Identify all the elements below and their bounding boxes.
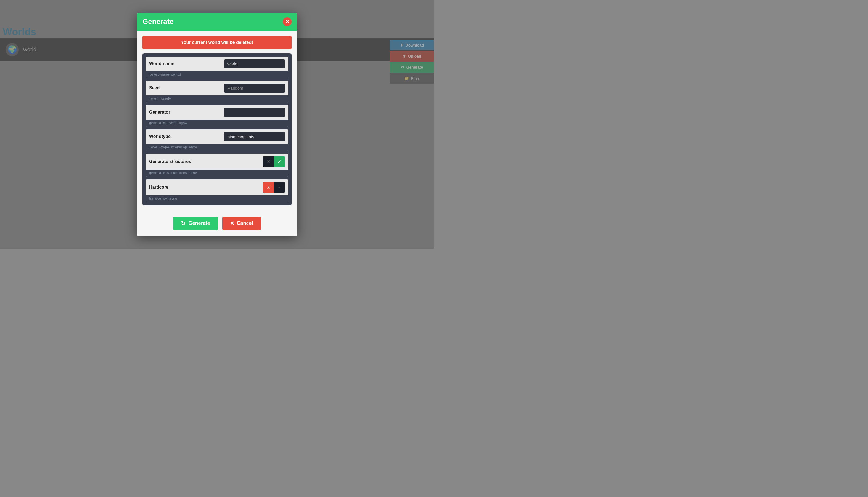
cancel-button[interactable]: ✕ Cancel <box>222 216 261 230</box>
modal-header: Generate ✕ <box>137 13 297 31</box>
seed-label: Seed <box>149 85 221 90</box>
modal-overlay: Generate ✕ Your current world will be de… <box>0 0 434 248</box>
generate-label: Generate <box>188 221 210 226</box>
warning-banner: Your current world will be deleted! <box>142 36 291 49</box>
hardcore-true-btn[interactable]: ✓ <box>274 182 285 193</box>
cancel-icon: ✕ <box>230 221 234 226</box>
modal-footer: ↻ Generate ✕ Cancel <box>137 211 297 236</box>
field-world-name: World name level-name=world <box>146 57 288 78</box>
generator-label: Generator <box>149 110 221 115</box>
worldtype-input[interactable] <box>224 132 285 141</box>
field-hardcore: Hardcore ✕ ✓ hardcore=false <box>146 179 288 202</box>
toggle-false-btn[interactable]: ✕ <box>263 156 274 167</box>
generator-input[interactable] <box>224 108 285 117</box>
generate-structures-hint: generate-structures=true <box>146 170 288 176</box>
hardcore-false-btn[interactable]: ✕ <box>263 182 274 193</box>
hardcore-hint: hardcore=false <box>146 195 288 202</box>
field-generate-structures: Generate structures ✕ ✓ generate-structu… <box>146 154 288 176</box>
world-name-hint: level-name=world <box>146 71 288 78</box>
generate-structures-label: Generate structures <box>149 159 260 164</box>
seed-input[interactable] <box>224 84 285 93</box>
cancel-label: Cancel <box>237 221 253 226</box>
world-name-input[interactable] <box>224 59 285 68</box>
modal-body: Your current world will be deleted! Worl… <box>137 31 297 211</box>
hardcore-toggle[interactable]: ✕ ✓ <box>263 182 285 193</box>
generate-modal: Generate ✕ Your current world will be de… <box>137 13 297 236</box>
modal-title: Generate <box>142 17 174 26</box>
close-icon: ✕ <box>285 19 289 25</box>
toggle-true-btn[interactable]: ✓ <box>274 156 285 167</box>
field-worldtype: Worldtype level-type=biomesoplenty <box>146 129 288 151</box>
form-card: World name level-name=world Seed level-s… <box>142 53 291 205</box>
seed-hint: level-seed= <box>146 96 288 102</box>
hardcore-label: Hardcore <box>149 185 260 190</box>
field-seed: Seed level-seed= <box>146 81 288 102</box>
world-name-label: World name <box>149 61 221 66</box>
generate-icon: ↻ <box>181 220 185 227</box>
generate-button[interactable]: ↻ Generate <box>173 216 218 230</box>
field-generator: Generator generator-settings= <box>146 105 288 127</box>
generate-structures-toggle[interactable]: ✕ ✓ <box>263 156 285 167</box>
worldtype-label: Worldtype <box>149 134 221 139</box>
generator-hint: generator-settings= <box>146 120 288 127</box>
modal-close-button[interactable]: ✕ <box>283 17 291 26</box>
worldtype-hint: level-type=biomesoplenty <box>146 144 288 151</box>
